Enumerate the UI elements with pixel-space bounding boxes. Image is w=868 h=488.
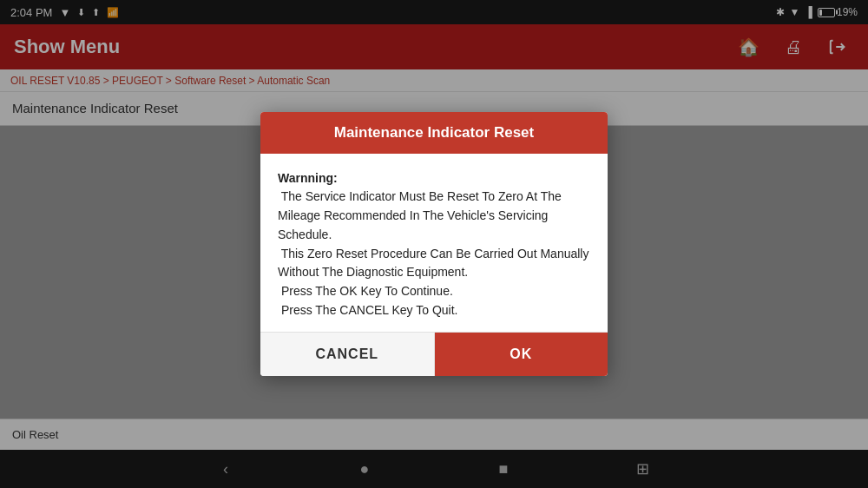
ok-button[interactable]: OK [435, 333, 608, 376]
modal-header: Maintenance Indicator Reset [260, 112, 608, 154]
modal-body: Warnning: The Service Indicator Must Be … [260, 154, 608, 333]
modal-overlay: Maintenance Indicator Reset Warnning: Th… [0, 0, 868, 488]
modal-message: Warnning: The Service Indicator Must Be … [278, 169, 590, 320]
modal-dialog: Maintenance Indicator Reset Warnning: Th… [260, 112, 608, 377]
modal-footer: CANCEL OK [260, 332, 608, 376]
modal-title: Maintenance Indicator Reset [334, 124, 535, 141]
cancel-button[interactable]: CANCEL [260, 333, 435, 376]
